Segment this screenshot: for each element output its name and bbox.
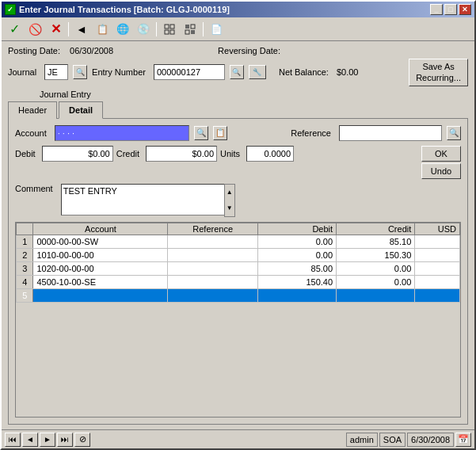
delete-button[interactable]: 🚫 (25, 21, 44, 38)
save-as-recurring-button[interactable]: Save AsRecurring... (409, 59, 468, 86)
prev-button[interactable]: ◄ (72, 21, 91, 38)
debit-label: Debit (15, 149, 36, 158)
row-reference (168, 261, 257, 275)
journal-entry-label: Journal Entry (40, 90, 91, 99)
table-row[interactable]: 3 1020-00-00-00 85.00 0.00 (17, 261, 460, 275)
nav-next-button[interactable]: ► (40, 433, 55, 447)
credit-input[interactable] (146, 146, 217, 162)
reference-label: Reference (291, 128, 331, 138)
credit-label: Credit (116, 149, 139, 158)
svg-rect-5 (191, 25, 195, 29)
row-number: 5 (17, 288, 33, 302)
entry-lookup-button[interactable]: 🔍 (230, 65, 244, 79)
net-balance-value: $0.00 (337, 67, 359, 77)
ok-button[interactable]: OK (421, 146, 461, 162)
account-label: Account (15, 128, 47, 138)
window-title: Enter Journal Transactions [Batch: GLGJ-… (19, 5, 430, 14)
row-credit: 150.30 (337, 248, 415, 261)
row-reference (168, 248, 257, 261)
tab-detail[interactable]: Detail (59, 101, 103, 119)
maximize-button[interactable]: □ (444, 4, 457, 15)
window-controls: _ □ ✕ (430, 4, 471, 15)
account-input[interactable] (55, 125, 189, 141)
sep1 (68, 22, 69, 36)
cancel-button[interactable]: ✕ (46, 21, 65, 38)
copy-button[interactable]: 📋 (93, 21, 112, 38)
svg-rect-7 (191, 30, 195, 34)
row-number: 1 (17, 235, 33, 248)
minimize-button[interactable]: _ (430, 4, 443, 15)
user-field: admin (346, 433, 378, 447)
net-balance-label: Net Balance: (279, 67, 329, 77)
entry-tools-button[interactable]: 🔧 (249, 65, 266, 79)
row-usd (415, 275, 460, 288)
journal-entry-label-container: Journal Entry (40, 90, 468, 99)
bottom-bar: ⏮ ◄ ► ⏭ ⊘ admin SOA 6/30/2008 📅 (2, 429, 474, 448)
dates-row: Posting Date: 06/30/2008 Reversing Date: (8, 46, 468, 55)
nav-prev-button[interactable]: ◄ (22, 433, 38, 447)
row-account: 4500-10-00-SE (33, 275, 168, 288)
account-lookup-button[interactable]: 🔍 (194, 126, 208, 140)
table-row[interactable]: 2 1010-00-00-00 0.00 150.30 (17, 248, 460, 261)
sep2 (156, 22, 157, 36)
main-content: Posting Date: 06/30/2008 Reversing Date:… (2, 41, 474, 429)
tabs: Header Detail (8, 101, 468, 118)
comment-scroll-up[interactable]: ▲ (225, 185, 234, 200)
svg-rect-3 (170, 30, 174, 34)
reversing-date-label: Reversing Date: (218, 46, 280, 55)
calendar-button[interactable]: 📅 (455, 433, 471, 447)
account-detail-button[interactable]: 📋 (213, 126, 227, 140)
transactions-table: Account Reference Debit Credit USD 1 000… (16, 223, 460, 303)
journal-lookup-button[interactable]: 🔍 (73, 65, 87, 79)
comment-input[interactable]: TEST ENTRY (61, 184, 235, 215)
row-account: 0000-00-00-SW (33, 235, 168, 248)
svg-rect-0 (165, 25, 169, 29)
row-credit: 0.00 (337, 261, 415, 275)
tab-detail-content: Account 🔍 📋 Reference 🔍 Debit Credit Uni… (8, 118, 468, 425)
date-field: 6/30/2008 (407, 433, 454, 447)
table-row[interactable]: 4 4500-10-00-SE 150.40 0.00 (17, 275, 460, 288)
grid1-button[interactable] (160, 21, 179, 38)
row-number: 2 (17, 248, 33, 261)
comment-scroll-down[interactable]: ▼ (225, 200, 234, 216)
entry-number-input[interactable] (154, 64, 225, 80)
globe-button[interactable]: 🌐 (113, 21, 132, 38)
grid2-button[interactable] (181, 21, 200, 38)
row-reference (168, 235, 257, 248)
units-label: Units (220, 149, 240, 158)
col-credit: Credit (337, 223, 415, 235)
journal-input[interactable] (44, 64, 68, 80)
report-button[interactable]: 📄 (207, 21, 226, 38)
disk-button[interactable]: 💿 (134, 21, 153, 38)
window-icon: ✓ (5, 4, 16, 15)
nav-last-button[interactable]: ⏭ (57, 433, 73, 447)
post-button[interactable]: ✓ (5, 21, 24, 38)
col-usd: USD (415, 223, 460, 235)
table-row[interactable]: 1 0000-00-00-SW 0.00 85.10 (17, 235, 460, 248)
row-debit: 85.00 (257, 261, 336, 275)
nav-first-button[interactable]: ⏮ (5, 433, 21, 447)
comment-row: Comment TEST ENTRY ▲ ▼ (15, 184, 461, 217)
debit-credit-row: Debit Credit Units OK Undo (15, 146, 461, 179)
col-account: Account (33, 223, 168, 235)
debit-input[interactable] (42, 146, 113, 162)
nav-filter-button[interactable]: ⊘ (74, 433, 90, 447)
units-input[interactable] (246, 146, 294, 162)
posting-date-label: Posting Date: (8, 46, 60, 55)
row-debit: 150.40 (257, 275, 336, 288)
journal-label: Journal (8, 67, 36, 77)
title-bar: ✓ Enter Journal Transactions [Batch: GLG… (2, 2, 474, 17)
row-usd (415, 235, 460, 248)
nav-buttons: ⏮ ◄ ► ⏭ ⊘ (5, 433, 90, 447)
row-debit (257, 288, 336, 302)
row-usd (415, 248, 460, 261)
reference-input[interactable] (339, 125, 442, 141)
tab-header[interactable]: Header (8, 101, 57, 119)
row-reference (168, 275, 257, 288)
close-window-button[interactable]: ✕ (459, 4, 471, 15)
undo-button[interactable]: Undo (421, 163, 461, 179)
company-field: SOA (379, 433, 406, 447)
reference-lookup-button[interactable]: 🔍 (447, 126, 461, 140)
row-credit (337, 288, 415, 302)
table-row[interactable]: 5 (17, 288, 460, 302)
